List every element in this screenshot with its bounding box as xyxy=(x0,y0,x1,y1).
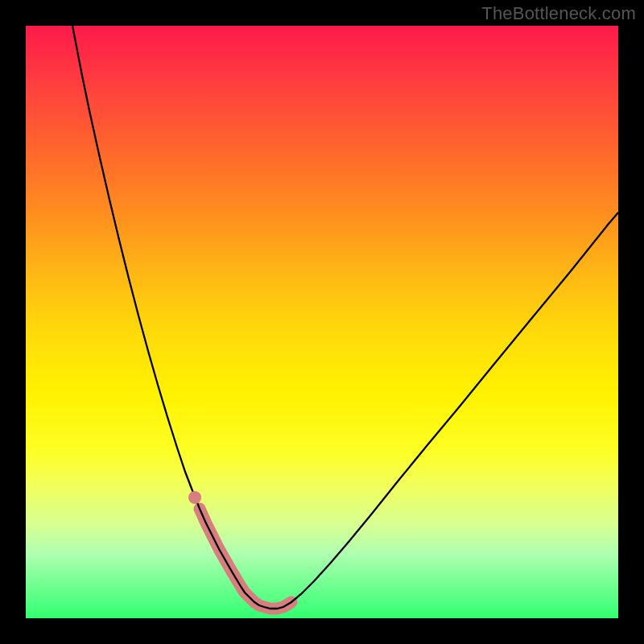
curve-layer xyxy=(72,26,618,609)
plot-area xyxy=(26,26,618,618)
watermark-text: TheBottleneck.com xyxy=(481,3,636,24)
main-curve xyxy=(72,26,618,609)
chart-frame: TheBottleneck.com xyxy=(0,0,644,644)
chart-svg xyxy=(26,26,618,618)
dot-layer xyxy=(188,491,201,504)
data-point xyxy=(188,491,201,504)
